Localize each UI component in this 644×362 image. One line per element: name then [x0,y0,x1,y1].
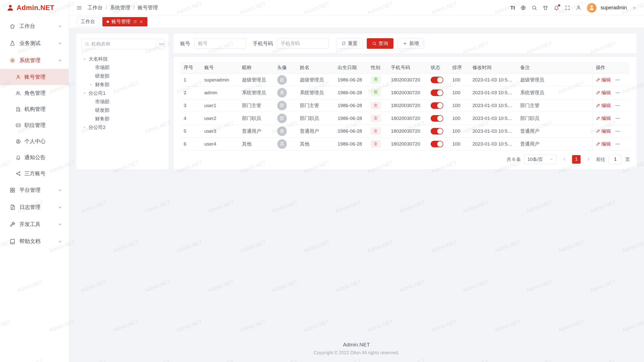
sidebar-item[interactable]: 日志管理 [0,199,69,216]
tab-close-icon[interactable] [139,20,143,24]
row-more-button[interactable] [615,142,620,147]
collapse-menu-icon[interactable] [76,5,82,11]
tree-node[interactable]: 财务部 [82,115,164,123]
row-more-button[interactable] [615,103,620,108]
tree-node[interactable]: 市场部 [82,63,164,72]
phone-input[interactable] [277,38,329,49]
tree-node[interactable]: 财务部 [82,80,164,89]
tree-node[interactable]: 分公司1 [82,89,164,98]
status-toggle[interactable] [431,89,443,96]
gender-badge: 女 [371,140,381,147]
accounts-table: 序号账号昵称头像姓名出生日期性别手机号码状态排序修改时间备注操作 1supera… [180,62,630,151]
cell-name: 部门主管 [296,99,334,112]
breadcrumb-item[interactable]: 账号管理 [138,4,158,11]
add-button[interactable]: 新增 [397,38,424,49]
account-input[interactable] [194,38,246,49]
edit-button[interactable]: 编辑 [596,77,611,83]
goto-page-input[interactable] [609,155,622,164]
book-icon [10,239,15,244]
cell-serial: 3 [180,99,201,112]
refresh-icon [341,41,346,46]
username[interactable]: superadmin [600,5,627,11]
font-size-icon[interactable]: Tt [510,5,515,10]
tree-node[interactable]: 市场部 [82,98,164,106]
status-toggle[interactable] [431,77,443,83]
cell-serial: 5 [180,125,201,138]
reset-button[interactable]: 重置 [336,38,363,49]
cell-nickname: 系统管理员 [238,86,274,99]
status-toggle[interactable] [431,102,443,109]
table-row: 2admin系统管理员系系统管理员1986-06-28男180200307201… [180,86,630,99]
tree-node-label: 大名科技 [89,56,108,62]
next-page-button[interactable] [584,155,593,164]
status-toggle[interactable] [431,128,443,134]
user-menu-chevron-icon[interactable] [632,6,636,10]
flask-icon [10,40,15,46]
row-more-button[interactable] [615,77,620,82]
row-more-button[interactable] [615,116,620,121]
sidebar-item[interactable]: 系统管理 [0,52,69,69]
row-more-button[interactable] [615,129,620,134]
sidebar-subitem[interactable]: 机构管理 [0,101,69,117]
profile-icon[interactable] [576,5,581,11]
tree-node[interactable]: 研发部 [82,106,164,115]
org-name-input[interactable] [91,41,153,47]
status-toggle[interactable] [431,141,443,147]
edit-button[interactable]: 编辑 [596,141,611,147]
page-number-active[interactable]: 1 [572,155,581,164]
column-header: 序号 [180,62,201,73]
tab-item[interactable]: 工作台 [76,17,99,26]
cell-avatar: 普 [274,125,296,138]
org-more-button[interactable] [159,39,164,49]
edit-button-label: 编辑 [601,141,611,147]
edit-button[interactable]: 编辑 [596,128,611,134]
tree-node[interactable]: 大名科技 [82,55,164,63]
page-size-value: 10条/页 [528,156,543,162]
row-avatar: 部 [277,101,287,110]
tab-refresh-icon[interactable] [133,20,137,24]
edit-button[interactable]: 编辑 [596,102,611,109]
avatar[interactable] [587,3,596,13]
chevron-down-icon [58,188,62,192]
tab-item-active[interactable]: 账号管理 [102,17,147,26]
prev-page-button[interactable] [560,155,569,164]
toggle-knob [437,103,443,108]
theme-icon[interactable] [543,5,548,11]
edit-button[interactable]: 编辑 [596,115,611,122]
status-toggle[interactable] [431,115,443,122]
sidebar-subitem[interactable]: 角色管理 [0,85,69,101]
sidebar-subitem[interactable]: 通知公告 [0,149,69,165]
sidebar-subitem[interactable]: 职位管理 [0,117,69,133]
cell-actions: 编辑 [592,73,630,86]
page-size-select[interactable]: 10条/页 [524,155,556,164]
sidebar-item[interactable]: 平台管理 [0,182,69,199]
row-more-button[interactable] [615,90,620,95]
sidebar-subitem[interactable]: 账号管理 [0,69,69,85]
breadcrumb-item[interactable]: 系统管理 [110,4,130,11]
footer: Admin.NET Copyright © 2022 Dilon All rig… [76,337,636,362]
column-header: 操作 [592,62,630,73]
sidebar-subitem-label: 通知公告 [24,154,46,161]
sidebar-item[interactable]: 业务测试 [0,35,69,52]
search-button[interactable]: 查询 [367,38,393,49]
home-icon [10,23,15,29]
cell-sort: 100 [449,73,469,86]
logo[interactable]: Admin.NET [0,0,69,16]
sidebar-subitem[interactable]: 个人中心 [0,133,69,149]
sidebar-item[interactable]: 工作台 [0,18,69,35]
breadcrumb-item[interactable]: 工作台 [88,4,103,11]
cell-remark: 系统管理员 [517,86,592,99]
sidebar-item[interactable]: 帮助文档 [0,233,69,250]
tree-node[interactable]: 分公司2 [82,123,164,132]
sidebar-item[interactable]: 开发工具 [0,216,69,233]
cell-gender: 女 [367,138,387,150]
notification-bell[interactable] [554,5,559,11]
language-icon[interactable] [520,5,526,11]
cell-name: 系统管理员 [296,86,334,99]
tree-node[interactable]: 研发部 [82,72,164,80]
cell-modified-time: 2023-01-03 10:59:44 [469,138,517,150]
sidebar-subitem[interactable]: 三方账号 [0,165,69,182]
edit-button[interactable]: 编辑 [596,89,611,96]
menu-search-icon[interactable] [532,5,537,11]
fullscreen-icon[interactable] [565,5,570,11]
